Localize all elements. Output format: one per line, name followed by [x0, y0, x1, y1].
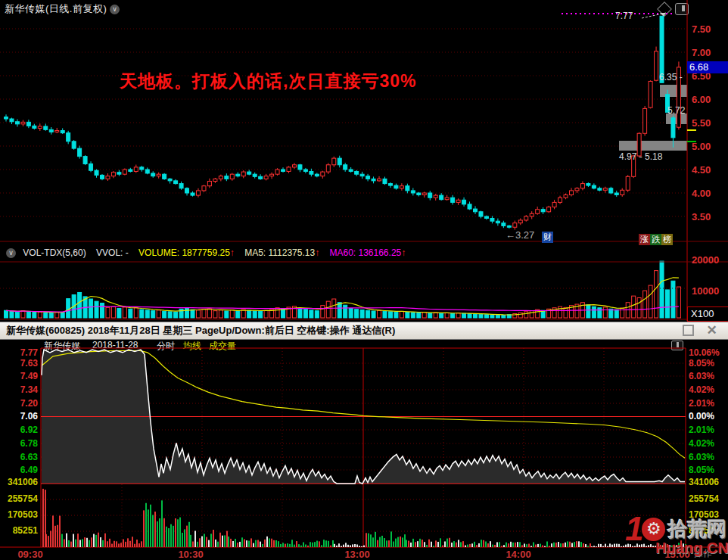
time-axis-label: 09:30 — [14, 549, 47, 560]
kline-axis-label: 6.00 — [692, 94, 711, 105]
volume-indicator-bar: ∨ VOL-TDX(5,60) VVOL: - VOLUME: 1877759.… — [0, 247, 413, 261]
up-arrow-icon: ↑ — [230, 247, 235, 258]
intraday-left-price-label: 6.49 — [0, 465, 38, 475]
intraday-right-pct-label: 2.01% — [689, 398, 714, 409]
kline-axis-label: 5.00 — [692, 141, 711, 152]
info-bar-text: 新华传媒(600825) 2018年11月28日 星期三 PageUp/Down… — [6, 322, 395, 338]
indicator-vvol: VVOL: - — [96, 247, 129, 258]
current-price-tag: 6.68 — [687, 61, 728, 73]
close-icon[interactable]: ✕ — [706, 325, 717, 336]
vol-axis-20000: 20000 — [692, 254, 719, 266]
intraday-left-price-label: 7.77 — [0, 347, 38, 358]
indicator-ma60-value: MA60: 136166.25 — [329, 247, 401, 258]
indicator-volume-value: VOLUME: 1877759.25 — [138, 247, 230, 258]
intraday-right-pct-label: 0.00% — [689, 411, 714, 422]
intraday-left-vol-label: 85251 — [0, 525, 38, 536]
tdx-app-window: 新华传媒(日线.前复权)∨ 天地板。打板入的话,次日直接亏30% 7.507.0… — [0, 0, 728, 560]
halt-box3-label: 4.97 - 5.18 — [619, 151, 662, 162]
intraday-left-vol-label: 341006 — [0, 477, 38, 487]
intraday-left-price-label: 6.63 — [0, 452, 38, 462]
time-axis-label: 13:00 — [341, 549, 374, 560]
intraday-left-price-label: 6.78 — [0, 438, 38, 449]
kline-axis-label: 5.50 — [692, 117, 711, 129]
intraday-left-price-label: 7.34 — [0, 384, 38, 395]
intraday-left-price-label: 7.06 — [0, 411, 38, 422]
intraday-left-price-label: 7.63 — [0, 358, 38, 369]
intraday-right-pct-label: 6.03% — [689, 452, 714, 462]
halt-box2-label: 5.72 — [667, 105, 685, 116]
time-axis-label: 10:30 — [174, 549, 207, 560]
intraday-right-vol-label: 341006 — [689, 477, 719, 487]
intraday-right-pct-label: 4.02% — [689, 438, 714, 449]
vol-axis-10000: 10000 — [692, 285, 719, 297]
intraday-chart — [0, 339, 728, 560]
watermark-site-name: 拾荒网 — [667, 516, 726, 543]
kline-axis-label: 3.50 — [692, 211, 711, 222]
intraday-right-pct-label: 10.06% — [689, 347, 720, 358]
intraday-right-vol-label: 255754 — [689, 493, 719, 504]
kline-axis-label: 4.50 — [692, 164, 711, 176]
intraday-right-pct-label: 8.05% — [689, 358, 714, 369]
watermark-logo: 1⚙拾荒网 Huang.CN — [625, 515, 728, 558]
indicator-ma5-value: MA5: 1112375.13 — [244, 247, 315, 258]
intraday-right-pct-label: 8.05% — [689, 465, 714, 475]
maximize-icon[interactable] — [683, 325, 694, 336]
rank-badge-bang[interactable]: 榜 — [661, 234, 673, 245]
intraday-left-price-label: 6.92 — [0, 425, 38, 435]
intraday-right-pct-label: 4.02% — [689, 384, 714, 395]
cai-badge[interactable]: 财 — [542, 232, 553, 243]
gear-icon: ⚙ — [642, 518, 665, 541]
vol-unit-label: X100 — [687, 306, 728, 322]
kline-axis-label: 7.00 — [692, 47, 711, 58]
time-axis-label: 14:00 — [502, 549, 535, 560]
watermark-ten: 1 — [625, 515, 643, 543]
up-arrow-icon: ↑ — [315, 247, 319, 258]
intraday-left-vol-label: 255754 — [0, 493, 38, 504]
watermark-domain: Huang.CN — [655, 540, 728, 557]
intraday-left-vol-label: 170503 — [0, 509, 38, 520]
annotation-text: 天地板。打板入的话,次日直接亏30% — [120, 70, 416, 93]
indicator-name[interactable]: VOL-TDX(5,60) — [23, 247, 86, 258]
high-price-marker: 7.77 — [615, 11, 633, 21]
rank-badge-zhang[interactable]: 涨 — [639, 234, 650, 245]
kline-axis-label: 7.50 — [692, 23, 711, 35]
up-arrow-icon: ↑ — [401, 247, 406, 258]
intraday-left-price-label: 7.49 — [0, 371, 38, 381]
rank-badge-die[interactable]: 跌 — [650, 234, 661, 245]
intraday-right-pct-label: 6.03% — [689, 371, 714, 381]
low-price-marker: ←3.27 — [506, 229, 534, 241]
kline-axis-label: 4.00 — [692, 188, 711, 199]
rank-badge[interactable]: 涨跌榜 — [639, 232, 673, 245]
info-bar: 新华传媒(600825) 2018年11月28日 星期三 PageUp/Down… — [0, 322, 728, 340]
intraday-right-pct-label: 2.01% — [689, 425, 714, 435]
indicator-collapse-icon[interactable]: ∨ — [6, 248, 16, 258]
halt-box1-label: 6.35 - — [659, 72, 683, 82]
intraday-left-price-label: 7.20 — [0, 398, 38, 409]
